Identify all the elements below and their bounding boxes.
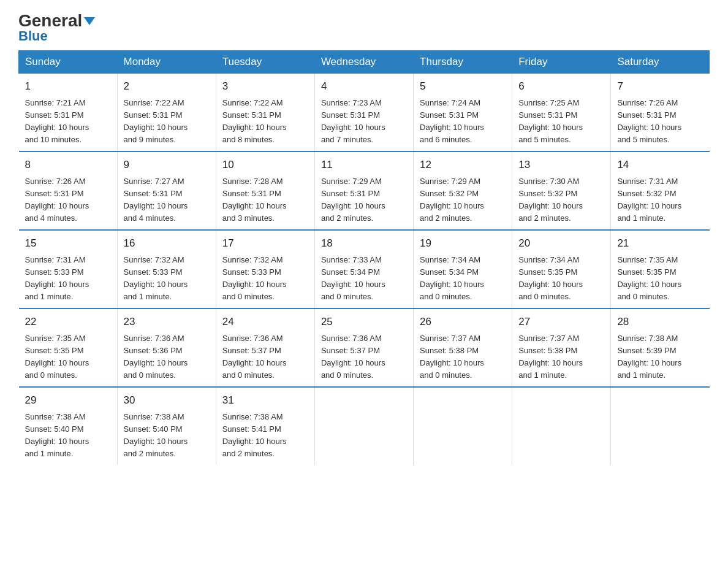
day-number: 20 (518, 236, 604, 251)
day-cell: 7 Sunrise: 7:26 AMSunset: 5:31 PMDayligh… (611, 74, 710, 152)
day-cell: 27 Sunrise: 7:37 AMSunset: 5:38 PMDaylig… (512, 308, 611, 387)
day-number: 25 (321, 314, 407, 330)
week-row-5: 29 Sunrise: 7:38 AMSunset: 5:40 PMDaylig… (19, 387, 710, 465)
day-cell: 10 Sunrise: 7:28 AMSunset: 5:31 PMDaylig… (216, 151, 314, 230)
day-info: Sunrise: 7:25 AMSunset: 5:31 PMDaylight:… (518, 97, 604, 147)
day-cell (611, 387, 710, 465)
day-cell: 31 Sunrise: 7:38 AMSunset: 5:41 PMDaylig… (216, 387, 314, 465)
logo-general: General (18, 12, 95, 29)
day-number: 23 (124, 314, 210, 330)
day-info: Sunrise: 7:33 AMSunset: 5:34 PMDaylight:… (321, 254, 407, 304)
day-info: Sunrise: 7:29 AMSunset: 5:32 PMDaylight:… (420, 175, 506, 225)
day-cell: 15 Sunrise: 7:31 AMSunset: 5:33 PMDaylig… (19, 230, 118, 308)
day-number: 18 (321, 236, 407, 251)
day-number: 19 (420, 236, 506, 251)
day-number: 16 (124, 236, 210, 251)
day-info: Sunrise: 7:31 AMSunset: 5:33 PMDaylight:… (25, 254, 111, 304)
header-tuesday: Tuesday (216, 51, 314, 74)
day-number: 15 (25, 236, 111, 251)
day-cell: 21 Sunrise: 7:35 AMSunset: 5:35 PMDaylig… (611, 230, 710, 308)
header-wednesday: Wednesday (314, 51, 413, 74)
day-info: Sunrise: 7:35 AMSunset: 5:35 PMDaylight:… (617, 254, 703, 304)
week-row-3: 15 Sunrise: 7:31 AMSunset: 5:33 PMDaylig… (19, 230, 710, 308)
calendar-header-row: SundayMondayTuesdayWednesdayThursdayFrid… (19, 51, 710, 74)
day-number: 22 (25, 314, 111, 330)
day-cell: 19 Sunrise: 7:34 AMSunset: 5:34 PMDaylig… (414, 230, 512, 308)
week-row-2: 8 Sunrise: 7:26 AMSunset: 5:31 PMDayligh… (19, 151, 710, 230)
day-info: Sunrise: 7:36 AMSunset: 5:37 PMDaylight:… (321, 332, 407, 382)
header-sunday: Sunday (19, 51, 118, 74)
day-number: 6 (518, 79, 604, 94)
day-info: Sunrise: 7:26 AMSunset: 5:31 PMDaylight:… (25, 175, 111, 225)
day-cell: 17 Sunrise: 7:32 AMSunset: 5:33 PMDaylig… (216, 230, 314, 308)
header-thursday: Thursday (414, 51, 512, 74)
day-cell: 5 Sunrise: 7:24 AMSunset: 5:31 PMDayligh… (414, 74, 512, 152)
day-info: Sunrise: 7:38 AMSunset: 5:40 PMDaylight:… (25, 411, 111, 461)
day-info: Sunrise: 7:22 AMSunset: 5:31 PMDaylight:… (124, 97, 210, 147)
day-info: Sunrise: 7:32 AMSunset: 5:33 PMDaylight:… (222, 254, 308, 304)
day-info: Sunrise: 7:28 AMSunset: 5:31 PMDaylight:… (222, 175, 308, 225)
day-info: Sunrise: 7:31 AMSunset: 5:32 PMDaylight:… (617, 175, 703, 225)
week-row-1: 1 Sunrise: 7:21 AMSunset: 5:31 PMDayligh… (19, 74, 710, 152)
day-info: Sunrise: 7:22 AMSunset: 5:31 PMDaylight:… (222, 97, 308, 147)
header-saturday: Saturday (611, 51, 710, 74)
header-friday: Friday (512, 51, 611, 74)
day-number: 30 (124, 393, 210, 408)
day-number: 14 (617, 157, 703, 173)
day-cell: 30 Sunrise: 7:38 AMSunset: 5:40 PMDaylig… (117, 387, 216, 465)
day-number: 27 (518, 314, 604, 330)
day-info: Sunrise: 7:38 AMSunset: 5:39 PMDaylight:… (617, 332, 703, 382)
day-cell: 20 Sunrise: 7:34 AMSunset: 5:35 PMDaylig… (512, 230, 611, 308)
day-info: Sunrise: 7:34 AMSunset: 5:35 PMDaylight:… (518, 254, 604, 304)
day-cell: 18 Sunrise: 7:33 AMSunset: 5:34 PMDaylig… (314, 230, 413, 308)
day-cell: 11 Sunrise: 7:29 AMSunset: 5:31 PMDaylig… (314, 151, 413, 230)
day-cell: 16 Sunrise: 7:32 AMSunset: 5:33 PMDaylig… (117, 230, 216, 308)
day-cell: 4 Sunrise: 7:23 AMSunset: 5:31 PMDayligh… (314, 74, 413, 152)
day-cell: 13 Sunrise: 7:30 AMSunset: 5:32 PMDaylig… (512, 151, 611, 230)
day-number: 10 (222, 157, 308, 173)
day-cell (414, 387, 512, 465)
day-info: Sunrise: 7:38 AMSunset: 5:40 PMDaylight:… (124, 411, 210, 461)
day-cell: 14 Sunrise: 7:31 AMSunset: 5:32 PMDaylig… (611, 151, 710, 230)
day-info: Sunrise: 7:26 AMSunset: 5:31 PMDaylight:… (617, 97, 703, 147)
day-number: 26 (420, 314, 506, 330)
day-number: 21 (617, 236, 703, 251)
day-info: Sunrise: 7:36 AMSunset: 5:36 PMDaylight:… (124, 332, 210, 382)
week-row-4: 22 Sunrise: 7:35 AMSunset: 5:35 PMDaylig… (19, 308, 710, 387)
day-number: 8 (25, 157, 111, 173)
day-number: 24 (222, 314, 308, 330)
day-info: Sunrise: 7:23 AMSunset: 5:31 PMDaylight:… (321, 97, 407, 147)
day-number: 2 (124, 79, 210, 94)
day-cell (314, 387, 413, 465)
day-number: 5 (420, 79, 506, 94)
day-info: Sunrise: 7:24 AMSunset: 5:31 PMDaylight:… (420, 97, 506, 147)
day-info: Sunrise: 7:38 AMSunset: 5:41 PMDaylight:… (222, 411, 308, 461)
day-cell (512, 387, 611, 465)
day-info: Sunrise: 7:37 AMSunset: 5:38 PMDaylight:… (518, 332, 604, 382)
day-cell: 29 Sunrise: 7:38 AMSunset: 5:40 PMDaylig… (19, 387, 118, 465)
day-info: Sunrise: 7:29 AMSunset: 5:31 PMDaylight:… (321, 175, 407, 225)
day-cell: 28 Sunrise: 7:38 AMSunset: 5:39 PMDaylig… (611, 308, 710, 387)
day-cell: 22 Sunrise: 7:35 AMSunset: 5:35 PMDaylig… (19, 308, 118, 387)
day-cell: 25 Sunrise: 7:36 AMSunset: 5:37 PMDaylig… (314, 308, 413, 387)
day-cell: 1 Sunrise: 7:21 AMSunset: 5:31 PMDayligh… (19, 74, 118, 152)
day-number: 11 (321, 157, 407, 173)
calendar-table: SundayMondayTuesdayWednesdayThursdayFrid… (18, 50, 710, 465)
day-info: Sunrise: 7:30 AMSunset: 5:32 PMDaylight:… (518, 175, 604, 225)
day-info: Sunrise: 7:36 AMSunset: 5:37 PMDaylight:… (222, 332, 308, 382)
day-info: Sunrise: 7:34 AMSunset: 5:34 PMDaylight:… (420, 254, 506, 304)
day-number: 3 (222, 79, 308, 94)
day-number: 7 (617, 79, 703, 94)
day-number: 9 (124, 157, 210, 173)
day-cell: 6 Sunrise: 7:25 AMSunset: 5:31 PMDayligh… (512, 74, 611, 152)
day-info: Sunrise: 7:37 AMSunset: 5:38 PMDaylight:… (420, 332, 506, 382)
day-cell: 2 Sunrise: 7:22 AMSunset: 5:31 PMDayligh… (117, 74, 216, 152)
day-info: Sunrise: 7:21 AMSunset: 5:31 PMDaylight:… (25, 97, 111, 147)
day-cell: 26 Sunrise: 7:37 AMSunset: 5:38 PMDaylig… (414, 308, 512, 387)
day-number: 1 (25, 79, 111, 94)
day-info: Sunrise: 7:27 AMSunset: 5:31 PMDaylight:… (124, 175, 210, 225)
day-cell: 24 Sunrise: 7:36 AMSunset: 5:37 PMDaylig… (216, 308, 314, 387)
day-number: 17 (222, 236, 308, 251)
header-monday: Monday (117, 51, 216, 74)
day-cell: 23 Sunrise: 7:36 AMSunset: 5:36 PMDaylig… (117, 308, 216, 387)
